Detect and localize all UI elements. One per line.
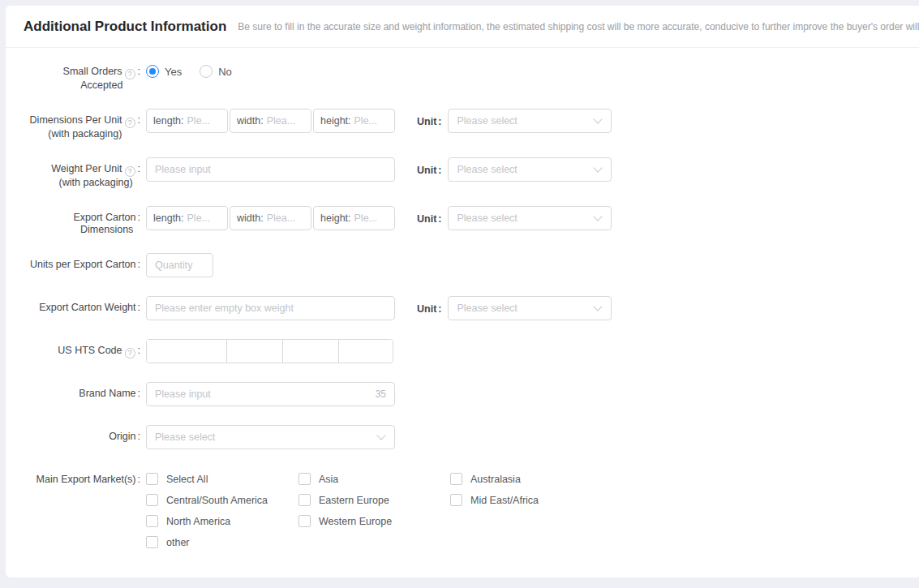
- export-carton-weight-label: Export Carton Weight:: [6, 296, 140, 314]
- checkbox-box[interactable]: [146, 515, 158, 527]
- brand-name-label: Brand Name:: [6, 382, 140, 400]
- length-input-box[interactable]: length:: [146, 109, 228, 133]
- radio-no-label: No: [218, 66, 232, 78]
- help-icon[interactable]: ?: [125, 118, 135, 128]
- origin-select[interactable]: Please select: [146, 425, 395, 449]
- checkbox-box[interactable]: [298, 473, 311, 485]
- checkbox-box[interactable]: [450, 494, 462, 506]
- carton-weight-unit-group: Unit: Please select: [417, 296, 612, 320]
- radio-yes-circle[interactable]: [146, 65, 159, 78]
- checkbox-box[interactable]: [146, 473, 158, 485]
- weight-per-unit-label: Weight Per Unit?:(with packaging): [6, 157, 140, 189]
- carton-height-input-box[interactable]: height:: [313, 206, 395, 230]
- carton-dimensions-unit-group: Unit: Please select: [417, 206, 612, 230]
- checkbox-north-america[interactable]: North America: [146, 515, 298, 527]
- dimensions-unit-select[interactable]: Please select: [448, 109, 612, 133]
- row-dimensions-per-unit: Dimensions Per Unit?:(with packaging) le…: [6, 109, 919, 140]
- carton-height-input[interactable]: [354, 212, 388, 224]
- hts-input-3[interactable]: [282, 340, 338, 363]
- weight-unit-group: Unit: Please select: [417, 157, 612, 182]
- checkbox-box[interactable]: [298, 494, 311, 506]
- height-prefix: height:: [320, 212, 351, 224]
- hts-input-1[interactable]: [147, 340, 226, 363]
- weight-per-unit-input-box[interactable]: [146, 157, 395, 182]
- help-icon[interactable]: ?: [125, 166, 135, 177]
- small-orders-label: Small Orders?:Accepted: [6, 60, 140, 92]
- checkbox-other[interactable]: other: [146, 536, 298, 548]
- carton-weight-input-box[interactable]: [146, 296, 395, 320]
- hts-code-input-group: [146, 339, 393, 363]
- hts-input-2[interactable]: [226, 340, 282, 363]
- checkbox-mid-east-africa[interactable]: Mid East/Africa: [450, 494, 612, 506]
- length-prefix: length:: [153, 212, 184, 224]
- carton-dimensions-unit-select[interactable]: Please select: [448, 206, 612, 230]
- checkbox-box[interactable]: [146, 536, 158, 548]
- chevron-down-icon: [594, 302, 603, 311]
- row-export-carton-dimensions: Export Carton:Dimensions length: width: …: [6, 206, 919, 236]
- checkbox-central-south-america[interactable]: Central/South America: [146, 494, 298, 506]
- hts-input-4[interactable]: [338, 340, 393, 363]
- row-export-carton-weight: Export Carton Weight: Unit: Please selec…: [6, 296, 919, 320]
- chevron-down-icon: [376, 431, 385, 440]
- width-prefix: width:: [237, 212, 264, 224]
- checkbox-select-all[interactable]: Select All: [146, 473, 298, 485]
- chevron-down-icon: [594, 212, 603, 221]
- export-carton-dimensions-label: Export Carton:Dimensions: [6, 206, 140, 236]
- width-input[interactable]: [267, 115, 304, 127]
- row-small-orders-accepted: Small Orders?:Accepted Yes No: [6, 60, 919, 92]
- us-hts-code-label: US HTS Code?:: [6, 339, 140, 358]
- dimensions-unit-group: Unit: Please select: [417, 109, 612, 133]
- height-input-box[interactable]: height:: [313, 109, 395, 133]
- carton-weight-input[interactable]: [155, 303, 386, 314]
- dimensions-input-group: length: width: height:: [146, 109, 395, 133]
- chevron-down-icon: [594, 163, 603, 172]
- weight-unit-select[interactable]: Please select: [448, 157, 612, 182]
- dimensions-per-unit-label: Dimensions Per Unit?:(with packaging): [6, 109, 140, 140]
- checkbox-box[interactable]: [450, 473, 462, 485]
- units-per-export-carton-label: Units per Export Carton:: [6, 253, 140, 271]
- help-icon[interactable]: ?: [125, 348, 135, 358]
- width-prefix: width:: [237, 115, 264, 127]
- help-icon[interactable]: ?: [125, 69, 135, 79]
- height-input[interactable]: [354, 115, 388, 127]
- product-info-form: Small Orders?:Accepted Yes No Dimens: [6, 48, 919, 548]
- unit-label: Unit:: [417, 115, 441, 127]
- weight-per-unit-input[interactable]: [155, 164, 386, 175]
- unit-label: Unit:: [417, 303, 441, 315]
- carton-width-input-box[interactable]: width:: [230, 206, 311, 230]
- row-units-per-export-carton: Units per Export Carton:: [6, 253, 919, 277]
- checkbox-eastern-europe[interactable]: Eastern Europe: [298, 494, 450, 506]
- carton-length-input-box[interactable]: length:: [146, 206, 228, 230]
- carton-width-input[interactable]: [267, 212, 304, 224]
- radio-yes[interactable]: Yes: [146, 65, 182, 78]
- radio-no-circle[interactable]: [200, 65, 213, 78]
- additional-product-info-card: Additional Product Information Be sure t…: [6, 6, 919, 577]
- height-prefix: height:: [320, 115, 351, 127]
- length-input[interactable]: [187, 115, 221, 127]
- page-title: Additional Product Information: [24, 19, 226, 35]
- checkbox-box[interactable]: [146, 494, 158, 506]
- quantity-input[interactable]: [155, 260, 204, 271]
- chevron-down-icon: [594, 114, 603, 123]
- row-weight-per-unit: Weight Per Unit?:(with packaging) Unit: …: [6, 157, 919, 189]
- row-us-hts-code: US HTS Code?:: [6, 339, 919, 363]
- page-subtitle: Be sure to fill in the accurate size and…: [238, 21, 919, 32]
- unit-label: Unit:: [417, 164, 441, 176]
- width-input-box[interactable]: width:: [230, 109, 311, 133]
- export-markets-checkbox-grid: Select All Asia Australasia Central/Sout…: [146, 468, 612, 548]
- checkbox-asia[interactable]: Asia: [298, 473, 450, 485]
- checkbox-australasia[interactable]: Australasia: [450, 473, 612, 485]
- radio-no[interactable]: No: [200, 65, 232, 78]
- carton-weight-unit-select[interactable]: Please select: [448, 296, 612, 320]
- main-export-markets-label: Main Export Market(s):: [6, 468, 140, 486]
- carton-length-input[interactable]: [187, 212, 221, 224]
- card-header: Additional Product Information Be sure t…: [6, 6, 919, 48]
- brand-name-input[interactable]: [155, 388, 371, 400]
- checkbox-box[interactable]: [298, 515, 311, 527]
- row-origin: Origin: Please select: [6, 425, 919, 449]
- brand-name-input-box[interactable]: 35: [146, 382, 395, 406]
- char-counter: 35: [376, 388, 386, 400]
- quantity-input-box[interactable]: [146, 253, 213, 277]
- small-orders-radio-group: Yes No: [146, 60, 232, 78]
- checkbox-western-europe[interactable]: Western Europe: [298, 515, 450, 527]
